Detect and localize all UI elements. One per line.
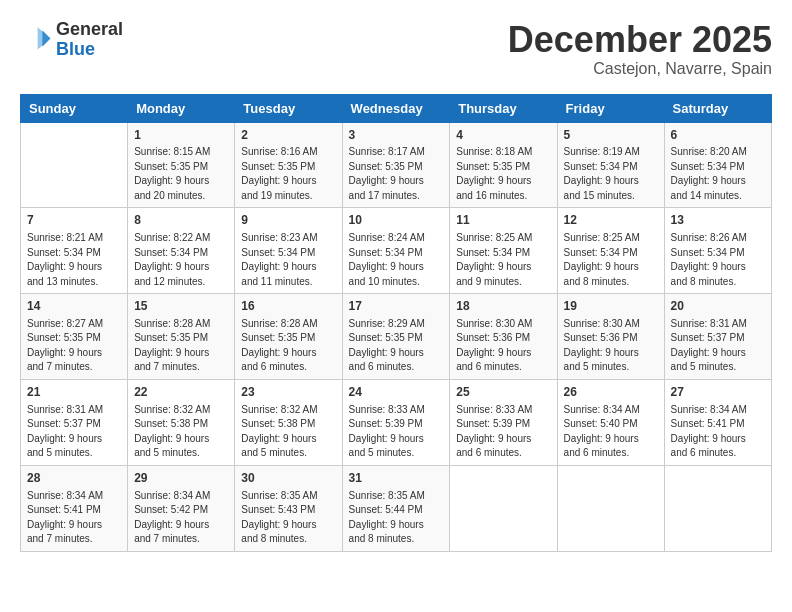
day-number: 9 [241,212,335,229]
month-title: December 2025 [508,20,772,60]
day-info: Sunrise: 8:34 AM Sunset: 5:41 PM Dayligh… [671,403,765,461]
calendar-cell: 20Sunrise: 8:31 AM Sunset: 5:37 PM Dayli… [664,294,771,380]
day-info: Sunrise: 8:25 AM Sunset: 5:34 PM Dayligh… [564,231,658,289]
logo-blue: Blue [56,40,123,60]
calendar-header-wednesday: Wednesday [342,94,450,122]
day-number: 3 [349,127,444,144]
calendar-cell [664,465,771,551]
calendar-cell: 31Sunrise: 8:35 AM Sunset: 5:44 PM Dayli… [342,465,450,551]
day-info: Sunrise: 8:30 AM Sunset: 5:36 PM Dayligh… [456,317,550,375]
day-info: Sunrise: 8:19 AM Sunset: 5:34 PM Dayligh… [564,145,658,203]
day-info: Sunrise: 8:33 AM Sunset: 5:39 PM Dayligh… [349,403,444,461]
calendar-cell: 27Sunrise: 8:34 AM Sunset: 5:41 PM Dayli… [664,379,771,465]
day-info: Sunrise: 8:20 AM Sunset: 5:34 PM Dayligh… [671,145,765,203]
day-number: 4 [456,127,550,144]
day-info: Sunrise: 8:28 AM Sunset: 5:35 PM Dayligh… [241,317,335,375]
calendar-cell: 30Sunrise: 8:35 AM Sunset: 5:43 PM Dayli… [235,465,342,551]
calendar-cell: 9Sunrise: 8:23 AM Sunset: 5:34 PM Daylig… [235,208,342,294]
day-number: 27 [671,384,765,401]
calendar-cell: 1Sunrise: 8:15 AM Sunset: 5:35 PM Daylig… [128,122,235,208]
day-number: 19 [564,298,658,315]
svg-marker-1 [38,27,51,49]
day-info: Sunrise: 8:26 AM Sunset: 5:34 PM Dayligh… [671,231,765,289]
day-number: 21 [27,384,121,401]
calendar-cell: 15Sunrise: 8:28 AM Sunset: 5:35 PM Dayli… [128,294,235,380]
day-number: 11 [456,212,550,229]
calendar-cell: 24Sunrise: 8:33 AM Sunset: 5:39 PM Dayli… [342,379,450,465]
day-info: Sunrise: 8:30 AM Sunset: 5:36 PM Dayligh… [564,317,658,375]
calendar-week-1: 1Sunrise: 8:15 AM Sunset: 5:35 PM Daylig… [21,122,772,208]
day-number: 17 [349,298,444,315]
day-number: 5 [564,127,658,144]
day-number: 29 [134,470,228,487]
day-number: 22 [134,384,228,401]
calendar-cell: 6Sunrise: 8:20 AM Sunset: 5:34 PM Daylig… [664,122,771,208]
day-info: Sunrise: 8:35 AM Sunset: 5:43 PM Dayligh… [241,489,335,547]
calendar-cell: 18Sunrise: 8:30 AM Sunset: 5:36 PM Dayli… [450,294,557,380]
day-number: 2 [241,127,335,144]
calendar-cell: 21Sunrise: 8:31 AM Sunset: 5:37 PM Dayli… [21,379,128,465]
day-info: Sunrise: 8:31 AM Sunset: 5:37 PM Dayligh… [27,403,121,461]
calendar-cell: 7Sunrise: 8:21 AM Sunset: 5:34 PM Daylig… [21,208,128,294]
day-info: Sunrise: 8:15 AM Sunset: 5:35 PM Dayligh… [134,145,228,203]
day-info: Sunrise: 8:34 AM Sunset: 5:42 PM Dayligh… [134,489,228,547]
logo-text: General Blue [56,20,123,60]
logo-icon [20,24,52,56]
day-info: Sunrise: 8:34 AM Sunset: 5:40 PM Dayligh… [564,403,658,461]
calendar-header-monday: Monday [128,94,235,122]
day-info: Sunrise: 8:32 AM Sunset: 5:38 PM Dayligh… [134,403,228,461]
logo-general: General [56,20,123,40]
day-number: 6 [671,127,765,144]
calendar-cell: 17Sunrise: 8:29 AM Sunset: 5:35 PM Dayli… [342,294,450,380]
day-info: Sunrise: 8:32 AM Sunset: 5:38 PM Dayligh… [241,403,335,461]
day-number: 26 [564,384,658,401]
day-info: Sunrise: 8:24 AM Sunset: 5:34 PM Dayligh… [349,231,444,289]
calendar-header-row: SundayMondayTuesdayWednesdayThursdayFrid… [21,94,772,122]
calendar-cell: 26Sunrise: 8:34 AM Sunset: 5:40 PM Dayli… [557,379,664,465]
calendar-cell: 5Sunrise: 8:19 AM Sunset: 5:34 PM Daylig… [557,122,664,208]
calendar-cell: 13Sunrise: 8:26 AM Sunset: 5:34 PM Dayli… [664,208,771,294]
day-info: Sunrise: 8:33 AM Sunset: 5:39 PM Dayligh… [456,403,550,461]
calendar-header-saturday: Saturday [664,94,771,122]
logo: General Blue [20,20,123,60]
calendar-cell: 10Sunrise: 8:24 AM Sunset: 5:34 PM Dayli… [342,208,450,294]
calendar-cell: 12Sunrise: 8:25 AM Sunset: 5:34 PM Dayli… [557,208,664,294]
day-info: Sunrise: 8:22 AM Sunset: 5:34 PM Dayligh… [134,231,228,289]
day-info: Sunrise: 8:21 AM Sunset: 5:34 PM Dayligh… [27,231,121,289]
calendar-header-friday: Friday [557,94,664,122]
day-info: Sunrise: 8:29 AM Sunset: 5:35 PM Dayligh… [349,317,444,375]
day-number: 8 [134,212,228,229]
day-number: 24 [349,384,444,401]
day-number: 18 [456,298,550,315]
day-info: Sunrise: 8:17 AM Sunset: 5:35 PM Dayligh… [349,145,444,203]
calendar-cell: 2Sunrise: 8:16 AM Sunset: 5:35 PM Daylig… [235,122,342,208]
day-info: Sunrise: 8:23 AM Sunset: 5:34 PM Dayligh… [241,231,335,289]
calendar-week-4: 21Sunrise: 8:31 AM Sunset: 5:37 PM Dayli… [21,379,772,465]
day-info: Sunrise: 8:18 AM Sunset: 5:35 PM Dayligh… [456,145,550,203]
day-number: 1 [134,127,228,144]
calendar-cell: 23Sunrise: 8:32 AM Sunset: 5:38 PM Dayli… [235,379,342,465]
day-number: 14 [27,298,121,315]
page-header: General Blue December 2025 Castejon, Nav… [20,20,772,78]
calendar-header-sunday: Sunday [21,94,128,122]
title-section: December 2025 Castejon, Navarre, Spain [508,20,772,78]
day-number: 31 [349,470,444,487]
day-number: 20 [671,298,765,315]
calendar-week-2: 7Sunrise: 8:21 AM Sunset: 5:34 PM Daylig… [21,208,772,294]
day-info: Sunrise: 8:27 AM Sunset: 5:35 PM Dayligh… [27,317,121,375]
day-number: 12 [564,212,658,229]
calendar-cell: 29Sunrise: 8:34 AM Sunset: 5:42 PM Dayli… [128,465,235,551]
calendar-cell: 14Sunrise: 8:27 AM Sunset: 5:35 PM Dayli… [21,294,128,380]
calendar-cell: 16Sunrise: 8:28 AM Sunset: 5:35 PM Dayli… [235,294,342,380]
day-number: 15 [134,298,228,315]
calendar-cell [557,465,664,551]
calendar-cell: 22Sunrise: 8:32 AM Sunset: 5:38 PM Dayli… [128,379,235,465]
day-info: Sunrise: 8:34 AM Sunset: 5:41 PM Dayligh… [27,489,121,547]
calendar-cell: 8Sunrise: 8:22 AM Sunset: 5:34 PM Daylig… [128,208,235,294]
calendar-cell: 11Sunrise: 8:25 AM Sunset: 5:34 PM Dayli… [450,208,557,294]
day-number: 7 [27,212,121,229]
day-info: Sunrise: 8:31 AM Sunset: 5:37 PM Dayligh… [671,317,765,375]
day-number: 23 [241,384,335,401]
calendar-cell [21,122,128,208]
day-info: Sunrise: 8:25 AM Sunset: 5:34 PM Dayligh… [456,231,550,289]
